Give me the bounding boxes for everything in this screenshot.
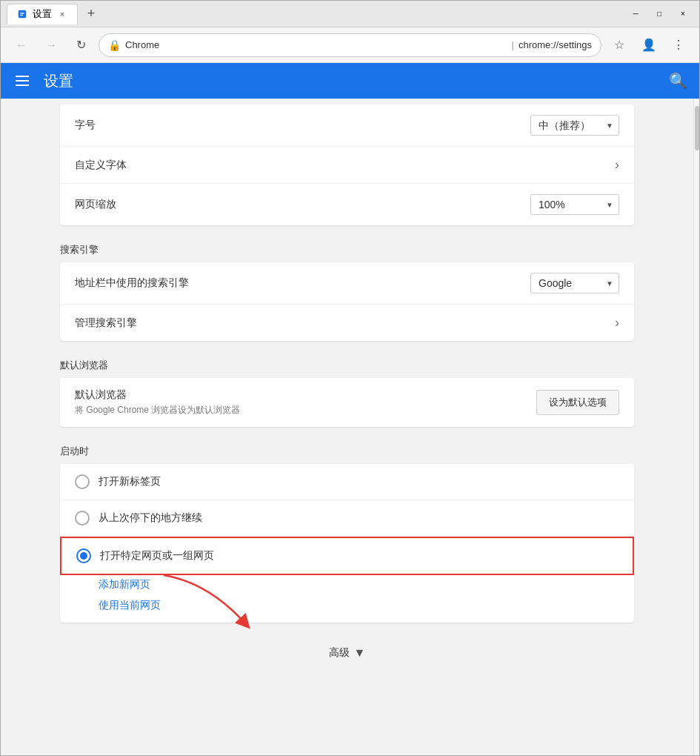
reload-button[interactable]: ↻ [69,33,93,57]
custom-font-row[interactable]: 自定义字体 › [60,147,634,184]
scrollbar-track [693,99,699,755]
startup-sublinks-wrapper: 添加新网页 使用当前网页 [60,575,634,623]
startup-radio-2[interactable] [75,511,90,525]
startup-card: 打开新标签页 从上次停下的地方继续 打开特定网页或一组网页 添加 [60,464,634,623]
svg-rect-2 [20,15,23,16]
window-frame: 设置 × + ─ □ × ← → ↻ 🔒 Chrome | chrome://s… [0,0,700,756]
search-engine-title: 搜索引擎 [60,231,634,262]
startup-option2-label: 从上次停下的地方继续 [99,511,202,525]
title-bar-left: 设置 × + [7,4,625,24]
minimize-button[interactable]: ─ [625,7,646,21]
use-current-page-link[interactable]: 使用当前网页 [99,599,619,612]
close-button[interactable]: × [673,7,693,21]
address-bar-search-label: 地址栏中使用的搜索引擎 [75,276,530,290]
main-content: 字号 中（推荐） 自定义字体 › [1,99,693,755]
url-icon: 🔒 [108,39,121,51]
tab-favicon [16,8,28,20]
advanced-chevron-icon: ▼ [354,646,366,660]
advanced-label: 高级 [329,646,350,660]
startup-radio-1[interactable] [75,474,90,489]
zoom-value-wrapper: 100% [530,194,619,215]
menu-button[interactable]: ⋮ [667,33,690,57]
zoom-label: 网页缩放 [75,198,530,211]
svg-rect-0 [19,10,27,19]
title-bar: 设置 × + ─ □ × [1,1,699,27]
url-separator: | [512,39,514,50]
advanced-row[interactable]: 高级 ▼ [60,629,634,677]
custom-font-label: 自定义字体 [75,159,615,172]
search-icon[interactable]: 🔍 [669,72,687,90]
active-tab[interactable]: 设置 × [7,4,78,24]
default-browser-info: 默认浏览器 将 Google Chrome 浏览器设为默认浏览器 [75,388,536,417]
font-row: 字号 中（推荐） [60,105,634,147]
scrollbar-thumb[interactable] [695,106,699,150]
startup-option3-label: 打开特定网页或一组网页 [100,549,214,563]
address-bar: ← → ↻ 🔒 Chrome | chrome://settings ☆ 👤 ⋮ [1,27,699,63]
hamburger-button[interactable] [13,73,32,89]
content-wrapper: 字号 中（推荐） 自定义字体 › [1,99,699,755]
search-engine-dropdown[interactable]: Google [530,273,619,294]
font-label: 字号 [75,119,530,132]
set-default-button[interactable]: 设为默认选项 [536,390,619,415]
zoom-dropdown[interactable]: 100% [530,194,619,215]
svg-rect-1 [20,13,24,13]
default-browser-row: 默认浏览器 将 Google Chrome 浏览器设为默认浏览器 设为默认选项 [60,378,634,427]
font-dropdown[interactable]: 中（推荐） [530,115,619,136]
tab-title: 设置 [33,7,52,21]
startup-option3-row[interactable]: 打开特定网页或一组网页 [60,537,634,575]
manage-search-chevron: › [615,315,619,331]
default-browser-card: 默认浏览器 将 Google Chrome 浏览器设为默认浏览器 设为默认选项 [60,378,634,427]
startup-title: 启动时 [60,433,634,464]
maximize-button[interactable]: □ [649,7,670,21]
tab-close-button[interactable]: × [56,8,68,20]
bookmark-button[interactable]: ☆ [607,33,631,57]
search-engine-card: 地址栏中使用的搜索引擎 Google 管理搜索引擎 › [60,262,634,341]
address-bar-search-row: 地址栏中使用的搜索引擎 Google [60,262,634,305]
default-browser-title: 默认浏览器 [60,347,634,378]
settings-page: 字号 中（推荐） 自定义字体 › [1,99,693,707]
custom-font-chevron: › [615,157,619,173]
zoom-dropdown-wrapper: 100% [530,194,619,215]
startup-sublinks: 添加新网页 使用当前网页 [60,575,634,623]
default-browser-label: 默认浏览器 [75,388,536,402]
header-title: 设置 [44,71,657,91]
new-tab-button[interactable]: + [81,4,101,24]
startup-option1-label: 打开新标签页 [99,475,161,488]
startup-radio-3[interactable] [76,548,91,563]
url-bar[interactable]: 🔒 Chrome | chrome://settings [99,33,601,57]
add-new-page-link[interactable]: 添加新网页 [99,578,619,591]
font-dropdown-wrapper: 中（推荐） [530,115,619,136]
search-engine-dropdown-wrapper: Google [530,273,619,294]
startup-option2-row[interactable]: 从上次停下的地方继续 [60,500,634,537]
default-browser-sublabel: 将 Google Chrome 浏览器设为默认浏览器 [75,404,536,417]
app-header: 设置 🔍 [1,63,699,99]
manage-search-label: 管理搜索引擎 [75,316,615,330]
font-value-wrapper: 中（推荐） [530,115,619,136]
url-path: chrome://settings [519,39,592,50]
profile-button[interactable]: 👤 [637,33,661,57]
startup-option1-row[interactable]: 打开新标签页 [60,464,634,500]
back-button[interactable]: ← [10,33,33,57]
zoom-row: 网页缩放 100% [60,184,634,225]
search-engine-value-wrapper: Google [530,273,619,294]
forward-button[interactable]: → [39,33,63,57]
url-brand: Chrome [125,39,507,50]
manage-search-row[interactable]: 管理搜索引擎 › [60,305,634,341]
window-controls: ─ □ × [625,7,693,21]
appearance-section-card: 字号 中（推荐） 自定义字体 › [60,105,634,225]
